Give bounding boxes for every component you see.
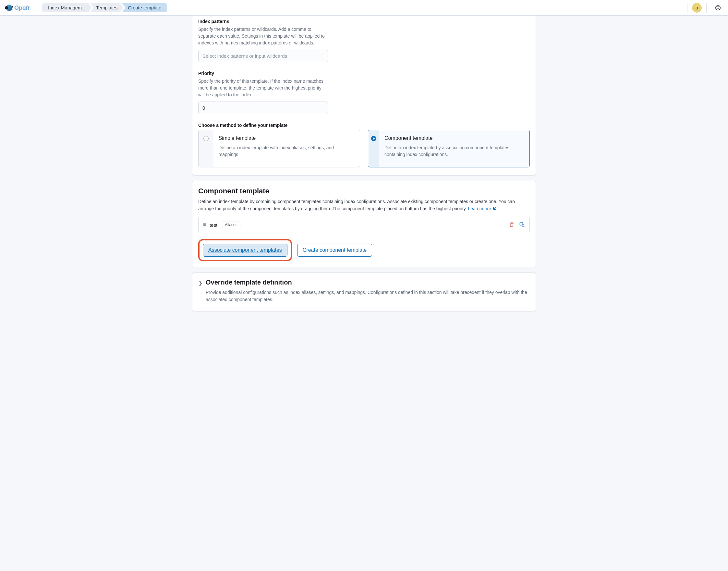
radio-component-template[interactable]: Component template Define an index templ… xyxy=(368,130,530,167)
index-patterns-label: Index patterns xyxy=(198,19,530,24)
method-label: Choose a method to define your template xyxy=(198,123,530,128)
help-button[interactable] xyxy=(711,1,725,15)
template-settings-panel: Index patterns Specify the index pattern… xyxy=(192,16,536,176)
opensearch-logo-icon xyxy=(6,5,12,11)
breadcrumb: Index Managem... Templates Create templa… xyxy=(43,3,167,12)
component-template-panel: Component template Define an index templ… xyxy=(192,181,536,267)
aliases-badge: Aliases xyxy=(222,222,240,228)
svg-point-1 xyxy=(717,6,719,9)
radio-component-desc: Define an index template by associating … xyxy=(384,144,524,158)
index-patterns-input[interactable]: Select index patterns or input wildcards xyxy=(198,49,328,62)
chevron-right-icon[interactable]: ❯ xyxy=(198,280,203,286)
component-template-heading: Component template xyxy=(198,187,530,195)
delete-button[interactable] xyxy=(509,222,514,228)
method-section: Choose a method to define your template … xyxy=(198,123,530,167)
breadcrumb-index-management[interactable]: Index Managem... xyxy=(42,3,92,12)
radio-simple-desc: Define an index template with index alia… xyxy=(219,144,355,158)
priority-label: Priority xyxy=(198,71,530,76)
index-patterns-section: Index patterns Specify the index pattern… xyxy=(198,19,530,62)
component-name: test xyxy=(210,222,217,228)
component-row: ≡ test Aliases xyxy=(198,217,530,233)
highlight-callout: Associate component templates xyxy=(198,239,292,261)
breadcrumb-templates[interactable]: Templates xyxy=(90,3,123,12)
external-link-icon xyxy=(492,205,496,213)
radio-simple-template[interactable]: Simple template Define an index template… xyxy=(198,130,360,167)
radio-simple-title: Simple template xyxy=(219,135,355,141)
svg-point-3 xyxy=(522,225,524,226)
home-button[interactable] xyxy=(21,1,35,15)
override-desc: Provide additional configurations such a… xyxy=(206,289,530,303)
divider xyxy=(19,3,19,13)
divider xyxy=(706,3,707,13)
radio-component-title: Component template xyxy=(384,135,524,141)
drag-handle-icon[interactable]: ≡ xyxy=(203,222,205,228)
divider xyxy=(687,3,688,13)
priority-help: Specify the priority of this template. I… xyxy=(198,78,328,98)
index-patterns-help: Specify the index patterns or wildcards.… xyxy=(198,26,328,46)
learn-more-link[interactable]: Learn more xyxy=(468,206,496,211)
inspect-button[interactable] xyxy=(519,222,525,228)
component-template-desc: Define an index template by combining co… xyxy=(198,198,530,213)
associate-templates-button[interactable]: Associate component templates xyxy=(203,244,287,257)
divider xyxy=(37,3,37,13)
avatar[interactable]: a xyxy=(692,3,702,13)
priority-section: Priority Specify the priority of this te… xyxy=(198,71,530,114)
nav-row: Index Managem... Templates Create templa… xyxy=(0,0,728,16)
priority-input[interactable]: 0 xyxy=(198,102,328,114)
radio-unchecked-icon xyxy=(204,136,209,141)
create-component-template-button[interactable]: Create component template xyxy=(297,244,372,257)
breadcrumb-create-template[interactable]: Create template xyxy=(122,3,167,12)
override-heading: Override template definition xyxy=(206,279,530,286)
radio-checked-icon xyxy=(371,136,376,141)
override-panel: ❯ Override template definition Provide a… xyxy=(192,272,536,312)
